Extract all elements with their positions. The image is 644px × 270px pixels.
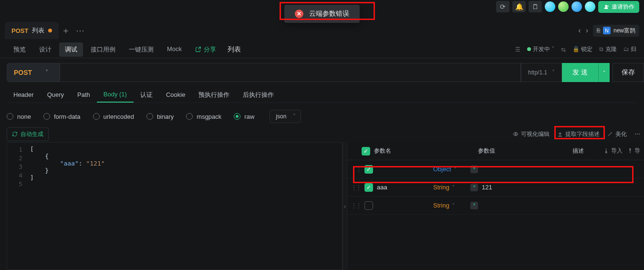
more-icon[interactable]: ⋯ (634, 131, 640, 137)
col-value: 参数值 (478, 147, 569, 155)
param-value[interactable]: 121 (482, 184, 572, 191)
link-icon: ⎘ (597, 27, 600, 34)
method-label: POST (14, 69, 32, 76)
avatar[interactable] (558, 1, 569, 12)
save-button[interactable]: 保存 (613, 63, 644, 82)
radio-icon (93, 113, 100, 120)
radio-icon (7, 113, 13, 120)
import-button[interactable]: ⭳ 导入 (603, 147, 622, 155)
col-name: 参数名 (374, 147, 474, 155)
send-button[interactable]: 发 送 (562, 63, 598, 82)
body-type-radio[interactable]: none (7, 113, 31, 120)
subnav-item[interactable]: Mock (161, 42, 187, 57)
subnav-item[interactable]: 设计 (33, 42, 57, 57)
status-indicator[interactable]: 开发中 ˅ (527, 45, 554, 53)
request-tab[interactable]: Query (41, 87, 71, 102)
autogen-label: 自动生成 (21, 130, 43, 138)
request-row: POST ˅ http/1.1 ˅ 发 送 ˅ 保存 (7, 62, 644, 83)
request-tab[interactable]: Header (7, 87, 41, 102)
col-desc: 描述 (572, 147, 600, 155)
request-tab[interactable]: 预执行操作 (192, 87, 236, 103)
body-type-row: noneform-dataurlencodedbinarymsgpackrawj… (7, 107, 637, 126)
request-tab[interactable]: Path (71, 87, 97, 102)
row-checkbox[interactable]: ✓ (364, 183, 373, 192)
subnav-item[interactable]: 接口用例 (85, 42, 121, 57)
file-tab[interactable]: POST 列表 (5, 22, 59, 39)
export-button[interactable]: ⭱ 导 (627, 147, 640, 155)
required-badge[interactable]: * (470, 202, 478, 209)
invite-button[interactable]: 邀请协作 (598, 1, 639, 13)
request-tab[interactable]: Body (1) (97, 87, 134, 103)
eye-icon (513, 131, 519, 137)
autogen-button[interactable]: 自动生成 (7, 127, 49, 141)
body-type-radio[interactable]: urlencoded (93, 113, 134, 120)
wand-icon (607, 131, 613, 137)
unsaved-dot-icon (48, 29, 52, 32)
avatar[interactable] (571, 1, 582, 12)
lock-button[interactable]: 🔒 锁定 (572, 45, 592, 53)
avatar[interactable] (585, 1, 595, 12)
params-panel: ✓ 参数名 参数值 描述 ⭳ 导入 ⭱ 导 ⋮⋮✓Object˅*⋮⋮✓aaaS… (347, 142, 644, 270)
body-type-radio[interactable]: msgpack (186, 113, 221, 120)
subnav-item[interactable]: 预览 (8, 42, 31, 57)
subnav-right: ☰ 开发中 ˅ ⇆ 🔒 锁定 ⧉ 克隆 🗂 归 (515, 45, 636, 53)
beautify-button[interactable]: 美化 (607, 130, 627, 138)
drag-handle-icon[interactable]: ⋮⋮ (351, 202, 361, 209)
visual-edit-button[interactable]: 可视化编辑 (513, 130, 550, 138)
top-icon-bar: ⟳ 🔔 🗒 邀请协作 (491, 0, 644, 13)
body-type-radio[interactable]: raw (234, 113, 254, 120)
request-tab[interactable]: Cookie (159, 87, 192, 102)
param-type-dropdown[interactable]: String˅ (433, 202, 467, 209)
archive-button[interactable]: 🗂 归 (623, 45, 636, 53)
file-tab-row: POST 列表 ＋ ⋯ ‹ › ⎘ N new富鹊 (0, 21, 644, 40)
user-plus-icon (603, 4, 609, 10)
radio-icon (43, 113, 50, 120)
method-dropdown[interactable]: POST ˅ (7, 63, 60, 82)
nav-back-icon[interactable]: ‹ (578, 26, 581, 35)
param-type-dropdown[interactable]: String˅ (433, 184, 467, 191)
share-button[interactable]: 分享 (189, 42, 222, 57)
share-icon (195, 46, 201, 52)
filter-icon[interactable]: ☰ (515, 46, 520, 53)
share-label: 分享 (204, 45, 216, 54)
required-badge[interactable]: * (470, 184, 478, 191)
radio-icon (186, 113, 193, 120)
branch-label: new富鹊 (613, 27, 635, 35)
tab-row-right: ‹ › ⎘ N new富鹊 (578, 25, 639, 37)
svg-point-0 (515, 134, 517, 135)
json-editor[interactable]: 12345 [ { "aaa": "121" } ] (7, 142, 343, 270)
select-all-checkbox[interactable]: ✓ (362, 147, 370, 156)
chevron-down-icon: ˅ (452, 203, 455, 208)
tab-more-button[interactable]: ⋯ (73, 23, 87, 38)
error-toast-wrap: ✕ 云端参数错误 (284, 5, 360, 23)
param-row: ⋮⋮String˅* (347, 197, 644, 215)
branch-tag[interactable]: ⎘ N new富鹊 (593, 25, 639, 37)
request-tab[interactable]: 后执行操作 (236, 87, 280, 103)
note-icon[interactable]: 🗒 (529, 1, 542, 12)
param-name[interactable]: aaa (377, 184, 429, 191)
editor-code[interactable]: [ { "aaa": "121" } ] (27, 143, 105, 270)
request-tab[interactable]: 认证 (134, 87, 159, 103)
body-type-radio[interactable]: binary (146, 113, 174, 120)
clone-button[interactable]: ⧉ 克隆 (599, 45, 616, 53)
tab-add-button[interactable]: ＋ (59, 23, 73, 38)
body-type-radio[interactable]: form-data (43, 113, 81, 120)
nav-forward-icon[interactable]: › (586, 26, 588, 35)
panel-collapse-handle[interactable]: › (343, 142, 347, 270)
body-format-dropdown[interactable]: json (270, 110, 301, 123)
sync-icon[interactable]: ⟳ (496, 1, 509, 12)
send-dropdown[interactable]: ˅ (598, 63, 610, 82)
subnav-item[interactable]: 一键压测 (123, 42, 159, 57)
chevron-down-icon: ˅ (452, 185, 455, 190)
request-tabs: HeaderQueryPathBody (1)认证Cookie预执行操作后执行操… (7, 87, 637, 103)
url-input[interactable] (60, 63, 521, 82)
protocol-dropdown[interactable]: http/1.1 ˅ (521, 63, 562, 82)
branch-badge: N (603, 27, 611, 34)
row-checkbox[interactable] (364, 201, 373, 210)
drag-handle-icon[interactable]: ⋮⋮ (351, 184, 361, 191)
page-title: 列表 (228, 45, 241, 54)
avatar[interactable] (545, 1, 555, 12)
bell-icon[interactable]: 🔔 (512, 1, 526, 12)
subnav-item[interactable]: 调试 (59, 42, 83, 57)
protocol-label: http/1.1 (528, 69, 547, 76)
